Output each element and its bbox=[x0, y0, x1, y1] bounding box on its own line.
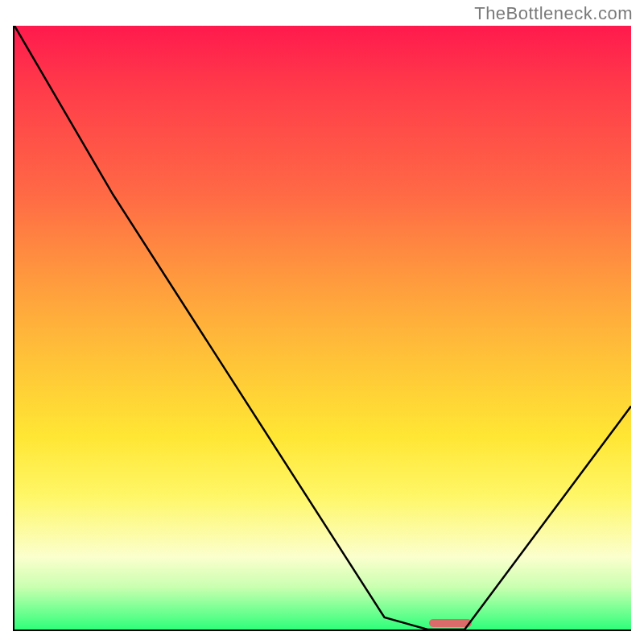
bottleneck-chart: TheBottleneck.com bbox=[0, 0, 644, 644]
plot-area bbox=[13, 26, 631, 631]
bottleneck-curve bbox=[14, 26, 631, 630]
watermark-text: TheBottleneck.com bbox=[474, 3, 633, 24]
